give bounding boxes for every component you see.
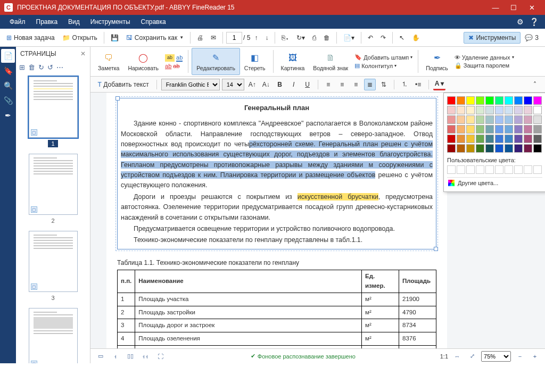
pointer-icon[interactable]: ↖ [396,31,408,45]
color-swatch[interactable] [485,96,494,105]
color-swatch[interactable] [524,135,532,143]
color-swatch[interactable] [447,144,456,153]
color-swatch[interactable] [466,125,475,134]
rail-bookmarks-icon[interactable]: 🔖 [1,64,15,78]
mail-icon[interactable]: ✉ [208,31,219,45]
open-button[interactable]: 📁Открыть [59,31,101,45]
view-single-icon[interactable]: ▭ [95,351,106,362]
erase-button[interactable]: ◧Стереть [240,48,270,75]
color-swatch[interactable] [533,135,542,143]
color-swatch[interactable] [476,96,484,105]
color-swatch[interactable] [447,115,456,124]
color-swatch[interactable] [524,125,532,134]
color-swatch[interactable] [533,125,542,134]
color-swatch[interactable] [447,125,456,134]
new-task-button[interactable]: ⊞Новая задача [3,31,58,45]
color-swatch[interactable] [476,106,484,114]
split-icon[interactable]: ⎙ [309,31,319,45]
color-swatch[interactable] [505,125,513,134]
view-fullscreen-icon[interactable]: ⛶ [154,351,166,362]
align-left-icon[interactable]: ≡ [323,79,334,90]
color-swatch[interactable] [495,144,503,153]
zoom-in-icon[interactable]: + [529,351,541,362]
color-swatch[interactable] [533,115,542,124]
thumbnail-3[interactable]: ▢ [29,231,78,292]
rotate-ccw-icon[interactable]: ↺ [47,63,53,71]
color-swatch[interactable] [447,106,456,114]
color-swatch[interactable] [514,135,523,143]
color-swatch[interactable] [495,115,503,124]
color-swatch[interactable] [457,115,465,124]
custom-swatch[interactable] [485,165,494,174]
color-swatch[interactable] [457,125,465,134]
rail-signatures-icon[interactable]: ✒ [1,109,15,122]
comments-button[interactable]: 💬3 [522,31,542,45]
color-swatch[interactable] [476,144,484,153]
line-spacing-icon[interactable]: ⇅ [378,79,390,90]
thumbnail-1[interactable]: ▢ [29,77,78,138]
color-swatch[interactable] [447,96,456,105]
page-up-icon[interactable]: ↑ [251,31,261,45]
color-swatch[interactable] [533,144,542,153]
page-input[interactable] [226,32,242,44]
color-swatch[interactable] [495,135,503,143]
color-swatch[interactable] [495,106,503,114]
color-swatch[interactable] [485,125,494,134]
thumbnail-4[interactable]: ▢ [29,308,78,363]
menu-help[interactable]: Справка [136,16,171,28]
color-swatch[interactable] [524,96,532,105]
color-swatch[interactable] [514,115,523,124]
color-swatch[interactable] [533,106,542,114]
maximize-button[interactable]: ☐ [505,0,523,15]
strikethrough-icon[interactable]: ab [173,63,179,69]
color-swatch[interactable] [505,144,513,153]
list-bullets-icon[interactable]: •≡ [412,79,424,90]
watermark-button[interactable]: 🗎Водяной знак [309,48,352,75]
custom-swatch[interactable] [447,165,456,174]
close-button[interactable]: ✕ [523,0,541,15]
zoom-out-icon[interactable]: − [514,351,526,362]
color-swatch[interactable] [476,135,484,143]
rotate-cw-icon[interactable]: ↻ [38,63,44,71]
font-grow-icon[interactable]: A↑ [246,79,258,90]
align-center-icon[interactable]: ≡ [336,79,348,90]
underline-icon[interactable]: ab [165,63,171,69]
color-swatch[interactable] [514,96,523,105]
hand-icon[interactable]: ✋ [409,31,423,45]
color-swatch[interactable] [485,135,494,143]
color-swatch[interactable] [524,106,532,114]
zoom-select[interactable]: 75% [481,351,511,362]
color-swatch[interactable] [485,106,494,114]
rail-search-icon[interactable]: 🔍 [1,79,15,93]
color-swatch[interactable] [457,135,465,143]
document-canvas[interactable]: Генеральный план Здание конно - спортивн… [90,93,545,348]
list-numbered-icon[interactable]: ⒈ [399,79,410,90]
align-right-icon[interactable]: ≡ [350,79,362,90]
color-swatch[interactable] [476,125,484,134]
font-select[interactable]: Franklin Gothic Bo [161,79,220,90]
color-swatch[interactable] [485,115,494,124]
color-swatch[interactable] [466,96,475,105]
rotate-page-icon[interactable]: ⎘▾ [278,31,292,45]
tools-panel-button[interactable]: ✖Инструменты [464,32,521,44]
custom-swatch[interactable] [476,165,484,174]
menu-file[interactable]: Файл [4,16,31,28]
more-colors-button[interactable]: Другие цвета... [447,177,542,188]
menu-view[interactable]: Вид [63,16,85,28]
picture-button[interactable]: 🖼Картинка [277,48,309,75]
font-color-button[interactable]: A ▾ [433,79,446,90]
add-text-button[interactable]: Ꭲ Добавить текст [95,79,152,90]
color-swatch[interactable] [495,125,503,134]
highlight-blue-icon[interactable]: ab [176,54,183,62]
custom-swatch[interactable] [466,165,475,174]
color-swatch[interactable] [466,115,475,124]
menu-edit[interactable]: Правка [31,16,63,28]
print-icon[interactable]: 🖨 [194,31,207,45]
custom-swatch[interactable] [505,165,513,174]
edit-text-button[interactable]: ✎Редактировать [192,48,240,75]
save-icon[interactable]: 💾 [108,31,122,45]
minimize-button[interactable]: — [486,0,505,15]
menu-tools[interactable]: Инструменты [85,16,136,28]
color-swatch[interactable] [476,115,484,124]
color-swatch[interactable] [457,96,465,105]
